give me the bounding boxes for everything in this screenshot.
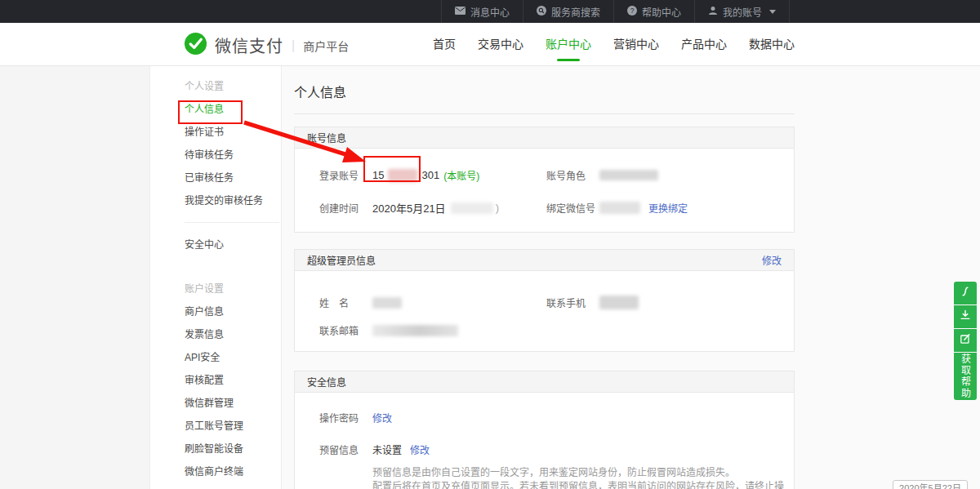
redacted-account-role bbox=[599, 170, 658, 180]
brand-name: 微信支付 bbox=[215, 33, 283, 57]
redacted-login-digits bbox=[388, 169, 417, 182]
modify-password-link[interactable]: 修改 bbox=[372, 411, 392, 425]
wechat-pay-merchant-platform-page: 消息中心 服务商搜索 ? 帮助中心 我的账号 微信支付 bbox=[0, 0, 980, 489]
title-divider bbox=[294, 113, 795, 114]
topbar-item-sp-search[interactable]: 服务商搜索 bbox=[523, 0, 613, 23]
link-button[interactable] bbox=[954, 282, 977, 305]
super-admin-card-header: 超级管理员信息 修改 bbox=[295, 250, 794, 271]
nav-item-product-center[interactable]: 产品中心 bbox=[681, 23, 727, 65]
sidebar-item-reviewed-tasks[interactable]: 已审核任务 bbox=[150, 167, 281, 189]
super-admin-card: 超级管理员信息 修改 姓 名 联系手机 bbox=[294, 249, 795, 352]
sidebar-group-personal-settings: 个人设置 bbox=[150, 75, 281, 98]
sidebar-item-invoice-info[interactable]: 发票信息 bbox=[150, 323, 281, 346]
sidebar-divider bbox=[185, 222, 279, 223]
created-time-value: 2020年5月21日 ) bbox=[372, 200, 499, 216]
primary-nav: 首页 交易中心 账户中心 营销中心 产品中心 数据中心 bbox=[433, 23, 795, 65]
sidebar-item-wechat-merchant-terminal[interactable]: 微信商户终端 bbox=[150, 460, 281, 483]
question-circle-icon: ? bbox=[627, 6, 637, 18]
contact-email-label: 联系邮箱 bbox=[319, 323, 372, 337]
section-title: 账号信息 bbox=[307, 131, 346, 144]
brand-platform-label: 商户平台 bbox=[303, 38, 349, 54]
user-icon bbox=[708, 6, 718, 18]
sidebar-item-face-smart-device[interactable]: 刷脸智能设备 bbox=[150, 438, 281, 460]
topbar-item-help-center[interactable]: ? 帮助中心 bbox=[613, 0, 694, 23]
search-circle-icon bbox=[537, 6, 546, 18]
created-time-label: 创建时间 bbox=[319, 201, 372, 215]
description-line: 预留信息是由你自己设置的一段文字，用来鉴定网站身份，防止假冒网站造成损失。 bbox=[372, 466, 794, 480]
sidebar-item-merchant-info[interactable]: 商户信息 bbox=[150, 300, 281, 323]
sidebar-item-operation-certificate[interactable]: 操作证书 bbox=[150, 121, 281, 144]
sidebar-spacer bbox=[150, 256, 281, 278]
redacted-admin-name bbox=[372, 297, 402, 309]
svg-text:?: ? bbox=[630, 7, 635, 15]
topbar-item-label: 帮助中心 bbox=[642, 5, 681, 19]
login-account-value: 15 301 bbox=[372, 169, 439, 182]
account-info-card-header: 账号信息 bbox=[295, 127, 794, 149]
wechat-pay-logo-icon bbox=[184, 32, 207, 59]
download-icon bbox=[959, 309, 972, 325]
sidebar-item-pending-review-tasks[interactable]: 待审核任务 bbox=[150, 144, 281, 167]
created-date: 2020年5月21日 bbox=[372, 200, 446, 216]
nav-item-data-center[interactable]: 数据中心 bbox=[749, 23, 795, 65]
topbar-item-label: 我的账号 bbox=[723, 5, 762, 19]
admin-name-label: 姓 名 bbox=[319, 296, 372, 309]
download-button[interactable] bbox=[954, 305, 977, 328]
section-title: 超级管理员信息 bbox=[307, 253, 376, 267]
sidebar-group-account-settings: 账户设置 bbox=[150, 278, 281, 300]
edit-icon bbox=[959, 332, 972, 349]
redacted-wechat-id bbox=[599, 202, 640, 214]
sidebar: 个人设置 个人信息 操作证书 待审核任务 已审核任务 我提交的审核任务 安全中心… bbox=[149, 65, 282, 489]
feedback-button[interactable] bbox=[954, 329, 977, 352]
brand-separator: | bbox=[292, 38, 295, 53]
nav-item-account-center[interactable]: 账户中心 bbox=[546, 23, 591, 65]
redacted-contact-email bbox=[372, 325, 458, 336]
sidebar-item-personal-info[interactable]: 个人信息 bbox=[150, 98, 281, 121]
login-account-label: 登录账号 bbox=[319, 168, 372, 182]
redacted-created-time bbox=[451, 202, 493, 214]
sidebar-item-security-center[interactable]: 安全中心 bbox=[150, 233, 281, 256]
topbar-item-message-center[interactable]: 消息中心 bbox=[441, 0, 523, 23]
sidebar-item-wechat-group-management[interactable]: 微信群管理 bbox=[150, 392, 281, 415]
envelope-icon bbox=[455, 6, 466, 17]
description-line: 配置后将在首页及充值页面显示。若未看到预留信息，表明当前访问的网站存在风险，请终… bbox=[372, 480, 794, 489]
nav-item-transaction-center[interactable]: 交易中心 bbox=[478, 23, 523, 65]
rebind-wechat-link[interactable]: 更换绑定 bbox=[648, 201, 688, 215]
sidebar-item-review-config[interactable]: 审核配置 bbox=[150, 369, 281, 392]
modify-reserved-info-link[interactable]: 修改 bbox=[410, 442, 430, 456]
security-info-card-header: 安全信息 bbox=[295, 371, 794, 393]
topbar-item-my-account[interactable]: 我的账号 bbox=[694, 0, 790, 23]
get-help-button[interactable]: 获取帮助 bbox=[954, 353, 977, 400]
login-account-prefix: 15 bbox=[372, 169, 384, 181]
main-header: 微信支付 | 商户平台 首页 交易中心 账户中心 营销中心 产品中心 数据中心 bbox=[0, 23, 980, 66]
footer-date-badge: 2020年5月22日 bbox=[893, 480, 968, 489]
bound-wechat-label: 绑定微信号 bbox=[546, 201, 599, 215]
topbar-item-label: 服务商搜索 bbox=[551, 5, 600, 19]
redacted-contact-phone bbox=[599, 296, 639, 309]
security-info-card: 安全信息 操作密码 修改 预留信息 未设置 修改 bbox=[294, 371, 795, 489]
brand[interactable]: 微信支付 | 商户平台 bbox=[184, 32, 349, 59]
reserved-info-value: 未设置 bbox=[372, 442, 402, 456]
utility-topbar: 消息中心 服务商搜索 ? 帮助中心 我的账号 bbox=[0, 0, 980, 23]
sidebar-item-api-security[interactable]: API安全 bbox=[150, 346, 281, 369]
sidebar-item-my-submitted-tasks[interactable]: 我提交的审核任务 bbox=[150, 189, 281, 212]
floating-toolbar: 获取帮助 bbox=[954, 282, 977, 400]
reserved-info-description: 预留信息是由你自己设置的一段文字，用来鉴定网站身份，防止假冒网站造成损失。 配置… bbox=[372, 466, 794, 489]
sidebar-item-staff-account-management[interactable]: 员工账号管理 bbox=[150, 415, 281, 438]
modify-admin-link[interactable]: 修改 bbox=[762, 253, 782, 267]
section-title: 安全信息 bbox=[307, 375, 346, 389]
topbar-item-label: 消息中心 bbox=[470, 5, 510, 19]
nav-item-marketing-center[interactable]: 营销中心 bbox=[613, 23, 659, 65]
chevron-down-icon bbox=[769, 10, 776, 14]
page-title: 个人信息 bbox=[294, 65, 795, 101]
login-account-suffix: 301 bbox=[421, 169, 439, 181]
operation-password-label: 操作密码 bbox=[319, 411, 372, 425]
main-content: 个人信息 账号信息 登录账号 15 301 bbox=[282, 65, 980, 489]
account-role-label: 账号角色 bbox=[546, 168, 599, 182]
nav-item-home[interactable]: 首页 bbox=[433, 23, 456, 65]
reserved-info-label: 预留信息 bbox=[319, 442, 372, 456]
contact-phone-label: 联系手机 bbox=[546, 296, 599, 309]
link-icon bbox=[959, 285, 972, 301]
created-paren: ) bbox=[496, 202, 499, 214]
account-info-card: 账号信息 登录账号 15 301 (本账号) bbox=[294, 127, 795, 233]
current-account-tag: (本账号) bbox=[443, 168, 479, 182]
